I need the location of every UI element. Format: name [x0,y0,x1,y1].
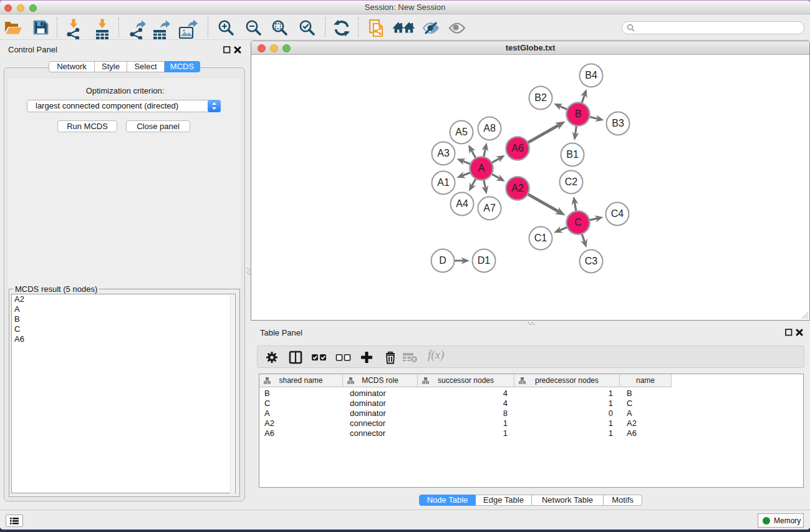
svg-text:A1: A1 [437,177,450,188]
svg-text:D: D [439,255,446,266]
svg-text:A4: A4 [456,198,468,209]
svg-text:A2: A2 [511,183,524,193]
svg-text:A5: A5 [455,127,468,137]
svg-text:C2: C2 [565,177,578,187]
svg-text:A3: A3 [437,148,450,158]
svg-text:C3: C3 [585,256,598,266]
svg-text:A: A [478,163,485,173]
svg-text:A7: A7 [483,203,496,213]
svg-text:B4: B4 [585,70,597,80]
svg-text:C4: C4 [611,208,624,219]
svg-text:A6: A6 [511,143,524,153]
svg-text:B1: B1 [566,149,579,160]
svg-text:D1: D1 [478,255,491,266]
svg-text:B3: B3 [612,118,624,128]
svg-text:C1: C1 [534,233,547,243]
svg-text:A8: A8 [483,123,496,133]
svg-text:C: C [574,217,582,228]
svg-text:B2: B2 [534,92,547,103]
svg-text:B: B [575,109,582,119]
